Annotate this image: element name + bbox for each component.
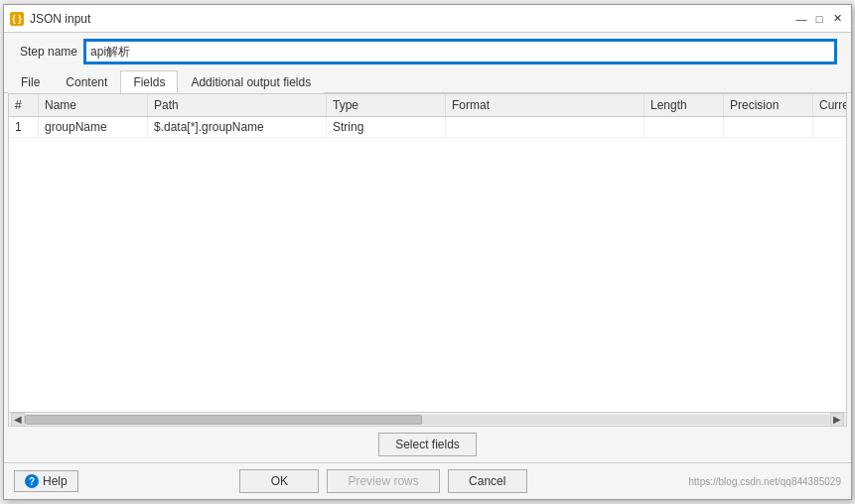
cell-length-1 [644, 117, 724, 137]
app-icon: { } [10, 12, 24, 26]
col-header-currency: Currency [813, 94, 847, 116]
table-header: # Name Path Type Format Length Precision… [9, 94, 846, 117]
title-bar: { } JSON input — □ ✕ [4, 5, 851, 33]
tab-fields[interactable]: Fields [120, 70, 178, 93]
close-button[interactable]: ✕ [829, 11, 845, 27]
minimize-button[interactable]: — [793, 11, 809, 27]
step-name-label: Step name [20, 45, 77, 59]
tabs-row: File Content Fields Additional output fi… [4, 70, 851, 93]
scroll-thumb[interactable] [25, 415, 422, 425]
preview-rows-button[interactable]: Preview rows [327, 469, 439, 493]
cell-path-1: $.data[*].groupName [148, 117, 327, 137]
help-icon: ? [25, 474, 39, 488]
tab-content[interactable]: Content [53, 70, 120, 93]
table-body: 1 groupName $.data[*].groupName String [9, 117, 846, 412]
select-fields-row: Select fields [4, 427, 851, 462]
select-fields-button[interactable]: Select fields [378, 433, 477, 456]
cell-precision-1 [724, 117, 813, 137]
watermark-text: https://blog.csdn.net/qq844385029 [689, 476, 841, 487]
scroll-left-arrow[interactable]: ◀ [11, 413, 25, 427]
bottom-right-buttons: OK Preview rows Cancel [239, 469, 526, 493]
cancel-button[interactable]: Cancel [448, 469, 527, 493]
cell-currency-1 [813, 117, 846, 137]
bottom-bar: ? Help OK Preview rows Cancel https://bl… [4, 462, 851, 499]
maximize-button[interactable]: □ [811, 11, 827, 27]
cell-name-1: groupName [39, 117, 148, 137]
col-header-length: Length [644, 94, 724, 116]
step-name-row: Step name [4, 33, 851, 70]
fields-table-area: # Name Path Type Format Length Precision… [8, 93, 847, 427]
col-header-num: # [9, 94, 39, 116]
table-row[interactable]: 1 groupName $.data[*].groupName String [9, 117, 846, 138]
tab-file[interactable]: File [8, 70, 53, 93]
cell-num-1: 1 [9, 117, 39, 137]
window-controls: — □ ✕ [793, 11, 845, 27]
main-window: { } JSON input — □ ✕ Step name File Cont… [3, 4, 852, 500]
help-label: Help [43, 474, 68, 488]
horizontal-scrollbar[interactable]: ◀ ▶ [9, 412, 846, 426]
window-title: JSON input [30, 12, 787, 26]
col-header-format: Format [446, 94, 644, 116]
col-header-path: Path [148, 94, 327, 116]
cell-format-1 [446, 117, 644, 137]
help-button[interactable]: ? Help [14, 470, 78, 492]
col-header-name: Name [39, 94, 148, 116]
tab-additional-output-fields[interactable]: Additional output fields [178, 70, 324, 93]
col-header-type: Type [327, 94, 446, 116]
scroll-track[interactable] [25, 415, 830, 425]
col-header-precision: Precision [724, 94, 813, 116]
scroll-right-arrow[interactable]: ▶ [830, 413, 844, 427]
step-name-input[interactable] [85, 41, 835, 63]
cell-type-1: String [327, 117, 446, 137]
ok-button[interactable]: OK [239, 469, 319, 493]
